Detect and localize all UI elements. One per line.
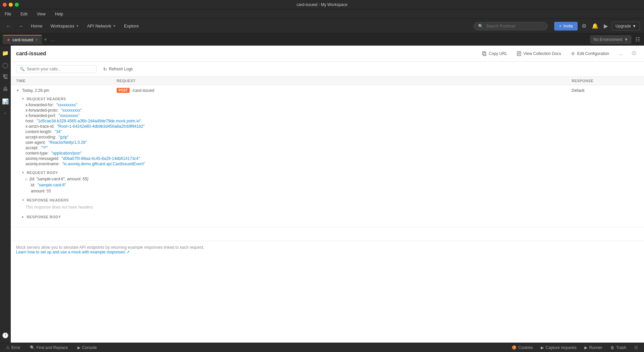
body-summary: {id: "sample-card-6", amount: 55}	[29, 177, 88, 181]
sidebar-icon-mock-servers[interactable]: 🖶	[1, 84, 10, 94]
error-icon: ⚠	[6, 345, 10, 350]
copy-url-button[interactable]: Copy URL	[479, 50, 510, 57]
search-bar[interactable]: 🔍	[474, 22, 548, 30]
maximize-button[interactable]	[15, 3, 19, 7]
bottom-console[interactable]: ▶ Console	[75, 345, 99, 351]
learn-link[interactable]: Learn how to set up and use a mock with …	[16, 250, 130, 254]
invite-button[interactable]: + Invite	[554, 22, 578, 31]
response-body-toggle[interactable]: ► RESPONSE BODY	[21, 214, 639, 220]
window-controls[interactable]	[3, 3, 19, 7]
log-chevron-icon: ▼	[16, 89, 19, 92]
more-actions-button[interactable]: …	[616, 50, 625, 57]
log-entry: ▼ Today, 2:26 pm POST /card-issued Defau…	[11, 85, 644, 227]
tab-close-button[interactable]: ✕	[35, 38, 38, 42]
titlebar: card-issued - My Workspace	[0, 0, 644, 9]
sync-button[interactable]: ▶	[602, 21, 609, 31]
layout-button[interactable]: ☷	[634, 35, 641, 44]
settings-button[interactable]: ⚙	[580, 21, 588, 31]
info-button[interactable]: ⓘ	[629, 49, 639, 58]
runner-icon: ▶	[584, 345, 587, 350]
forward-button[interactable]: →	[16, 22, 25, 31]
menu-help[interactable]: Help	[53, 11, 65, 17]
calls-search-bar[interactable]: 🔍	[16, 65, 96, 73]
body-summary-row[interactable]: ▷ {id: "sample-card-6", amount: 55}	[21, 176, 639, 182]
header-value: "34"	[55, 129, 62, 134]
nav-workspaces[interactable]: Workspaces ▼	[48, 22, 82, 30]
header-key: user-agent:	[25, 140, 47, 145]
bottom-trash[interactable]: 🗑 Trash	[608, 345, 628, 351]
back-button[interactable]: ←	[4, 22, 13, 31]
request-headers-toggle[interactable]: ▼ REQUEST HEADERS	[21, 96, 639, 102]
menu-edit[interactable]: Edit	[18, 11, 29, 17]
find-replace-label: Find and Replace	[37, 345, 68, 350]
bottom-capture[interactable]: ▶ Capture requests	[539, 345, 578, 351]
header-row: host: "1d5cae3d-b328-4565-a36b-2d4a49de7…	[21, 118, 639, 124]
header-row: x-forwarded-port: "xxxxxxxxx"	[21, 113, 639, 118]
response-headers-toggle[interactable]: ▼ RESPONSE HEADERS	[21, 197, 639, 203]
svg-point-6	[572, 53, 574, 54]
navbar: ← → Home Workspaces ▼ API Network ▼ Expl…	[0, 19, 644, 34]
invite-icon: +	[559, 24, 561, 28]
log-row[interactable]: ▼ Today, 2:26 pm POST /card-issued Defau…	[11, 85, 644, 96]
content-area: card-issued Copy URL View Collection Doc…	[11, 46, 644, 343]
header-value: "1d5cae3d-b328-4565-a36b-2d4a49de79de.mo…	[37, 119, 141, 123]
tab-card-issued[interactable]: ★ card-issued ✕	[3, 35, 42, 44]
resp-body-label: RESPONSE BODY	[26, 215, 61, 219]
capture-icon: ▶	[541, 345, 544, 350]
search-input[interactable]	[486, 24, 543, 28]
body-field-amount: amount: 55	[21, 188, 639, 194]
bottom-find-replace[interactable]: 🔍 Find and Replace	[28, 345, 70, 351]
sidebar-icon-flows[interactable]: ◦	[1, 109, 10, 118]
nav-home[interactable]: Home	[28, 22, 45, 30]
notifications-button[interactable]: 🔔	[590, 21, 600, 31]
more-tabs-button[interactable]: …	[49, 37, 56, 42]
bottom-cookies[interactable]: 🍪 Cookies	[510, 345, 535, 351]
view-docs-label: View Collection Docs	[523, 51, 561, 56]
nav-api-network[interactable]: API Network ▼	[84, 22, 119, 30]
cookies-label: Cookies	[518, 345, 533, 350]
col-response: RESPONSE	[572, 79, 639, 83]
request-body-toggle[interactable]: ▼ REQUEST BODY	[21, 169, 639, 176]
minimize-button[interactable]	[9, 3, 13, 7]
edit-config-button[interactable]: Edit Configuration	[568, 50, 612, 57]
table-header: TIME REQUEST RESPONSE	[11, 77, 644, 85]
view-docs-button[interactable]: View Collection Docs	[514, 50, 564, 57]
bottom-runner[interactable]: ▶ Runner	[582, 345, 604, 351]
req-body-label: REQUEST BODY	[26, 171, 58, 175]
log-container[interactable]: ▼ Today, 2:26 pm POST /card-issued Defau…	[11, 85, 644, 343]
sidebar-icon-collections[interactable]: 📁	[1, 48, 10, 58]
new-tab-button[interactable]: +	[42, 37, 49, 43]
method-badge: POST	[117, 88, 130, 93]
console-icon: ▶	[77, 345, 80, 350]
bottom-bar: ⚠ Error 🔍 Find and Replace ▶ Console 🍪 C…	[0, 343, 644, 352]
close-button[interactable]	[3, 3, 7, 7]
mock-server-info: Mock servers allow you to simulate API e…	[11, 241, 644, 258]
response-headers-section: ▼ RESPONSE HEADERS This response does no…	[21, 197, 639, 211]
header-actions: Copy URL View Collection Docs Edit Confi…	[479, 49, 639, 58]
main-layout: 📁 ◯ 🏗 🖶 📊 ◦ 🕐 card-issued Copy URL View …	[0, 46, 644, 343]
sidebar-icon-monitors[interactable]: 📊	[1, 97, 10, 106]
upgrade-arrow-icon: ▼	[632, 24, 636, 28]
sidebar-icon-history[interactable]: 🕐	[1, 331, 10, 340]
header-key: accept-encoding:	[25, 135, 57, 139]
header-row: x-amzn-trace-id: "Root=1-64242e80-4db9b3…	[21, 124, 639, 129]
sidebar-icon-apis[interactable]: ◯	[1, 60, 10, 70]
upgrade-button[interactable]: Upgrade ▼	[612, 22, 640, 31]
bottom-grid[interactable]: ☷	[632, 345, 640, 351]
tab-collection-icon: ★	[7, 38, 10, 42]
copy-icon	[482, 51, 487, 56]
nav-explore[interactable]: Explore	[121, 22, 141, 30]
environment-selector[interactable]: No Environment ▼	[590, 36, 631, 44]
body-key-amount: amount:	[31, 189, 47, 193]
calls-search-input[interactable]	[27, 67, 93, 71]
sidebar-icon-environments[interactable]: 🏗	[1, 72, 10, 82]
sidebar-icons: 📁 ◯ 🏗 🖶 📊 ◦ 🕐	[0, 46, 11, 343]
request-headers-section: ▼ REQUEST HEADERS x-forwarded-for: "xxxx…	[21, 96, 639, 167]
header-value: "io.axoniq.demo.giftcard.api.CardIssuedE…	[62, 162, 145, 166]
resp-headers-chevron-icon: ▼	[21, 198, 24, 202]
bottom-error[interactable]: ⚠ Error	[4, 345, 22, 351]
menu-view[interactable]: View	[35, 11, 48, 17]
refresh-logs-button[interactable]: ↻ Refresh Logs	[101, 65, 135, 73]
menu-file[interactable]: File	[3, 11, 13, 17]
refresh-label: Refresh Logs	[109, 67, 133, 71]
